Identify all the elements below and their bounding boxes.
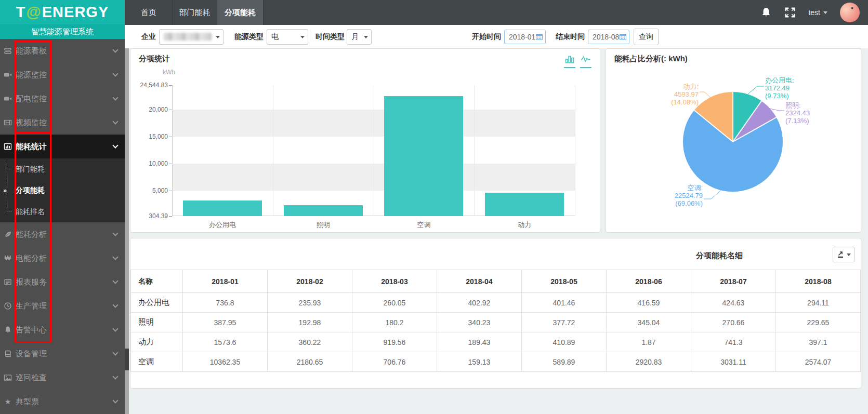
sidebar-item-8[interactable]: 生产管理 [0, 294, 125, 318]
chevron-down-icon [112, 373, 118, 379]
sidebar-submenu: 部门能耗»分项能耗能耗排名 [0, 158, 125, 222]
chevron-down-icon [112, 230, 118, 236]
avatar[interactable] [840, 3, 860, 22]
sidebar-item-label: 配电监控 [16, 94, 47, 104]
tree-tick [7, 169, 11, 169]
bar-chart-plot: 24,544.8320,00015,00010,0005,000304.39办公… [172, 85, 575, 216]
sidebar-item-7[interactable]: 报表服务 [0, 270, 125, 294]
bar-0 [183, 201, 262, 216]
sidebar-subitem-4-1[interactable]: »分项能耗 [0, 180, 125, 201]
table-value-cell: 416.59 [607, 293, 691, 313]
pie-chart-panel: 能耗占比分析(: kWh) 办公用电:3172.49(9.73%)照明:2324… [606, 48, 861, 233]
pie-leader-line [700, 92, 713, 99]
sidebar-item-9[interactable]: 告警中心 [0, 318, 125, 342]
chevron-down-icon [112, 397, 118, 403]
table-value-cell: 736.8 [183, 293, 268, 313]
grid-line [374, 85, 374, 216]
nav-tabs: 首页部门能耗分项能耗 [125, 0, 264, 25]
table-value-cell: 229.65 [776, 313, 861, 332]
top-nav: 首页部门能耗分项能耗 test [125, 0, 868, 25]
clock-icon [4, 302, 12, 310]
table-value-cell: 159.13 [437, 352, 522, 372]
scrollbar-thumb[interactable] [125, 349, 129, 370]
chevron-down-icon [112, 302, 118, 308]
sidebar-item-label: 报表服务 [16, 277, 47, 287]
table-header-cell: 2018-06 [607, 270, 691, 293]
sidebar-item-4[interactable]: 能耗统计 [0, 135, 125, 158]
sidebar-item-label: 视频监控 [16, 118, 47, 128]
sidebar-item-6[interactable]: ₩电能分析 [0, 246, 125, 270]
book-icon [4, 350, 12, 358]
tab-0[interactable]: 首页 [125, 0, 173, 25]
fullscreen-icon[interactable] [784, 7, 796, 18]
end-date-value: 2018-08 [593, 33, 619, 41]
sidebar-item-12[interactable]: ★典型票 [0, 390, 125, 413]
video-camera-icon [4, 71, 12, 79]
time-type-select[interactable]: 月 [347, 29, 372, 45]
star-icon: ★ [4, 397, 12, 406]
vertical-scrollbar[interactable] [125, 48, 129, 414]
sidebar-item-label: 电能分析 [16, 253, 47, 263]
sidebar-item-10[interactable]: 设备管理 [0, 342, 125, 366]
pie-leader-line [704, 187, 725, 199]
y-tick-mark [169, 137, 172, 137]
won-icon: ₩ [4, 254, 12, 262]
pie-label-2: 空调:22524.79(69.06%) [650, 184, 703, 207]
sidebar-item-11[interactable]: 巡回检查 [0, 366, 125, 390]
chevron-down-icon [823, 11, 827, 14]
energy-type-select[interactable]: 电 [267, 29, 308, 45]
chevron-down-icon [112, 254, 118, 260]
image-icon [4, 373, 12, 382]
row-name-cell: 空调 [131, 352, 183, 372]
tab-1[interactable]: 部门能耗 [173, 0, 217, 25]
line-chart-toggle-icon[interactable] [580, 54, 591, 68]
sidebar-menu: 能源看板能源监控配电监控视频监控能耗统计部门能耗»分项能耗能耗排名能耗分析₩电能… [0, 39, 125, 413]
table-value-cell: 589.89 [522, 352, 607, 372]
export-button[interactable] [833, 247, 854, 262]
table-value-cell: 340.23 [437, 313, 522, 332]
table-value-cell: 235.93 [268, 293, 352, 313]
row-name-cell: 照明 [131, 313, 183, 332]
detail-table-panel: 分项能耗名细 名称2018-012018-022018-032018-04201… [130, 238, 861, 389]
bar-chart-toggle-icon[interactable] [564, 54, 575, 68]
table-header-cell: 2018-05 [522, 270, 607, 293]
sidebar-item-label: 告警中心 [16, 325, 47, 335]
notification-bell-icon[interactable] [760, 7, 772, 18]
user-menu[interactable]: test [808, 8, 827, 17]
x-category-label: 动力 [474, 220, 575, 230]
sidebar-subitem-4-0[interactable]: 部门能耗 [0, 158, 125, 180]
sidebar-item-5[interactable]: 能耗分析 [0, 222, 125, 246]
x-category-label: 空调 [374, 220, 475, 230]
sidebar-subitem-4-2[interactable]: 能耗排名 [0, 201, 125, 222]
company-select[interactable] [159, 29, 223, 45]
calendar-icon [620, 33, 626, 40]
company-label: 企业 [141, 32, 156, 42]
sidebar-item-3[interactable]: 视频监控 [0, 111, 125, 135]
x-category-label: 办公用电 [172, 220, 273, 230]
sidebar-item-label: 能源监控 [16, 70, 47, 80]
query-button[interactable]: 查询 [634, 29, 659, 45]
chevron-down-icon [112, 326, 118, 331]
logo-text: ENERGY [42, 4, 109, 21]
username-label: test [808, 8, 820, 17]
bar-chart-panel: 分项统计 kWh 24,544.8320,00015,00010,0005,00… [130, 48, 600, 233]
sidebar-item-2[interactable]: 配电监控 [0, 87, 125, 111]
sidebar-item-0[interactable]: 能源看板 [0, 39, 125, 63]
sidebar-item-1[interactable]: 能源监控 [0, 63, 125, 87]
x-category-label: 照明 [273, 220, 374, 230]
pie-label-1: 照明:2324.43(7.13%) [785, 101, 810, 125]
table-value-cell: 3031.11 [691, 352, 776, 372]
y-tick-mark [169, 85, 172, 86]
bar-chart-icon [4, 142, 12, 151]
table-header-cell: 2018-01 [183, 270, 268, 293]
table-header-cell: 2018-04 [437, 270, 522, 293]
dashboard-icon [4, 47, 12, 55]
filter-bar: 企业 能源类型 电 时间类型 月 开始时间 2018-01 结束时间 2018-… [125, 25, 868, 48]
tab-2[interactable]: 分项能耗 [217, 0, 264, 25]
chevron-down-icon [216, 36, 220, 38]
chevron-down-icon [112, 278, 118, 284]
start-date-input[interactable]: 2018-01 [504, 30, 546, 44]
y-axis-unit-label: kWh [163, 69, 175, 76]
pie-label-3: 动力:4593.97(14.08%) [646, 83, 699, 106]
end-date-input[interactable]: 2018-08 [588, 30, 629, 44]
